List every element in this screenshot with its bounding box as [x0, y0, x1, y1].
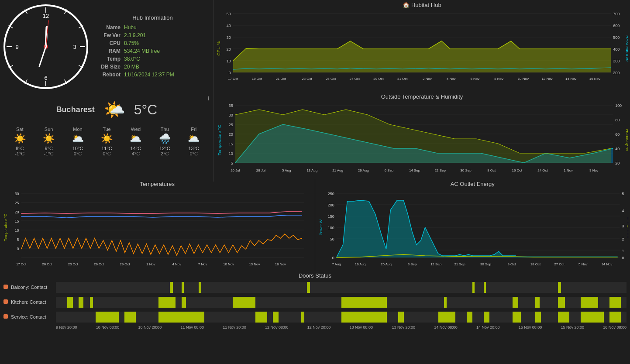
hub-dbsize-row: DB Size 20 MB — [94, 63, 211, 71]
svg-text:17 Oct: 17 Oct — [228, 77, 238, 81]
doors-xaxis-label: 9 Nov 20:00 — [56, 325, 77, 330]
hub-info-container: Hub Information Name Hubu Fw Ver 2.3.9.2… — [90, 14, 211, 79]
weather-panel: i Bucharest 🌤️ 5°C Sat ☀️ 8°C -1°C Sun ☀… — [0, 92, 214, 182]
door-event — [96, 312, 118, 323]
hub-info-title: Hub Information — [94, 14, 211, 21]
ac-chart-title: AC Outlet Energy — [317, 181, 629, 187]
svg-text:25: 25 — [15, 201, 19, 205]
svg-text:0: 0 — [229, 71, 231, 75]
svg-text:19 Oct: 19 Oct — [252, 77, 262, 81]
svg-text:17 Oct: 17 Oct — [16, 262, 27, 266]
svg-text:31 Oct: 31 Oct — [397, 77, 408, 81]
doors-xaxis-label: 13 Nov 20:00 — [392, 325, 415, 330]
forecast-day-name: Sun — [43, 127, 55, 132]
svg-text:30: 30 — [229, 113, 233, 117]
svg-text:22 Sep: 22 Sep — [435, 168, 446, 172]
door-event — [484, 282, 486, 293]
svg-text:6: 6 — [44, 75, 47, 81]
svg-text:50: 50 — [227, 12, 231, 16]
forecast-day-name: Fri — [188, 127, 200, 132]
svg-text:1: 1 — [622, 249, 624, 253]
door-event — [444, 297, 447, 308]
svg-text:14 Sep: 14 Sep — [409, 168, 420, 172]
doors-xaxis-label: 10 Nov 08:00 — [96, 325, 120, 330]
forecast-low: 0°C — [188, 151, 200, 156]
hub-name-value: Hubu — [122, 24, 211, 31]
svg-text:6 Nov: 6 Nov — [470, 77, 479, 81]
doors-xaxis-label: 13 Nov 08:00 — [350, 325, 373, 330]
door-event — [398, 312, 404, 323]
forecast-high: 10°C — [72, 146, 84, 151]
svg-text:23 Oct: 23 Oct — [68, 262, 79, 266]
doors-title: Doors Status — [3, 272, 627, 279]
svg-text:29 Oct: 29 Oct — [373, 77, 384, 81]
svg-text:5: 5 — [231, 161, 233, 165]
svg-text:400: 400 — [613, 47, 620, 52]
svg-text:8 Nov: 8 Nov — [494, 77, 503, 81]
doors-xaxis: 9 Nov 20:0010 Nov 08:0010 Nov 20:0011 No… — [56, 325, 627, 330]
hub-dbsize-label: DB Size — [94, 63, 122, 71]
weather-temp: 5°C — [134, 102, 158, 118]
svg-text:20 Oct: 20 Oct — [42, 262, 52, 266]
svg-text:12: 12 — [43, 13, 49, 19]
door-event — [182, 282, 184, 293]
doors-status-panel: Doors Status Balcony: Contact Ki — [0, 271, 630, 364]
forecast-day: Tue ☀️ 11°C 0°C — [101, 127, 113, 156]
balcony-door-row: Balcony: Contact — [3, 281, 627, 294]
hub-reboot-row: Reboot 11/16/2024 12:37 PM — [94, 71, 211, 79]
door-event — [170, 282, 173, 293]
svg-text:5 Nov: 5 Nov — [578, 262, 588, 266]
forecast-day-name: Sat — [14, 127, 26, 132]
svg-text:4 Nov: 4 Nov — [172, 262, 181, 266]
service-dot — [3, 314, 8, 319]
hub-name-row: Name Hubu — [94, 24, 211, 31]
hub-fw-row: Fw Ver 2.3.9.201 — [94, 31, 211, 39]
forecast-high: 12°C — [159, 146, 171, 151]
forecast-icon: 🌥️ — [72, 133, 84, 144]
svg-text:16 Nov: 16 Nov — [589, 77, 600, 81]
door-event — [513, 312, 521, 323]
forecast-low: -1°C — [14, 151, 26, 156]
svg-text:21 Sep: 21 Sep — [454, 262, 465, 266]
svg-text:20: 20 — [15, 210, 19, 214]
doors-xaxis-label: 12 Nov 20:00 — [307, 325, 331, 330]
svg-text:9 Oct: 9 Oct — [507, 262, 516, 266]
svg-text:23 Oct: 23 Oct — [302, 77, 312, 81]
door-event — [609, 312, 621, 323]
svg-text:500: 500 — [613, 35, 620, 40]
kitchen-dot — [3, 299, 8, 304]
svg-text:10 Nov: 10 Nov — [223, 262, 234, 266]
doors-xaxis-label: 11 Nov 20:00 — [223, 325, 246, 330]
svg-marker-80 — [235, 110, 611, 163]
dashboard: 12 3 6 9 Hub Information — [0, 0, 630, 364]
hub-reboot-value: 11/16/2024 12:37 PM — [122, 71, 211, 79]
door-event — [341, 297, 387, 308]
outside-chart-svg: 35 30 25 20 15 10 5 Temperature °C 100 8… — [216, 101, 628, 179]
forecast-day: Mon 🌥️ 10°C 0°C — [72, 127, 84, 156]
forecast-high: 8°C — [14, 146, 26, 151]
ac-outlet-chart: AC Outlet Energy 250 200 150 100 50 0 Po… — [315, 179, 630, 275]
svg-text:14 Nov: 14 Nov — [601, 262, 612, 266]
door-event — [255, 312, 267, 323]
svg-marker-41 — [233, 41, 611, 72]
svg-text:200: 200 — [613, 71, 620, 75]
forecast-day-name: Thu — [159, 127, 171, 132]
svg-text:8 Oct: 8 Oct — [487, 168, 496, 172]
balcony-door-label: Balcony: Contact — [3, 285, 56, 290]
door-event — [158, 312, 204, 323]
forecast-icon: ☀️ — [14, 133, 26, 144]
door-event — [199, 282, 202, 293]
svg-text:150: 150 — [327, 214, 334, 219]
door-event — [273, 312, 279, 323]
svg-text:Power W: Power W — [318, 219, 323, 235]
hub-fw-value: 2.3.9.201 — [122, 31, 211, 39]
forecast-low: -1°C — [43, 151, 55, 156]
svg-text:9: 9 — [15, 44, 18, 50]
svg-text:2: 2 — [622, 237, 624, 241]
weather-current: Bucharest 🌤️ 5°C — [5, 100, 208, 120]
svg-text:21 Aug: 21 Aug — [332, 168, 343, 172]
forecast-high: 11°C — [101, 146, 113, 151]
forecast-low: 0°C — [72, 151, 84, 156]
svg-text:10: 10 — [229, 151, 233, 156]
door-event — [233, 297, 255, 308]
